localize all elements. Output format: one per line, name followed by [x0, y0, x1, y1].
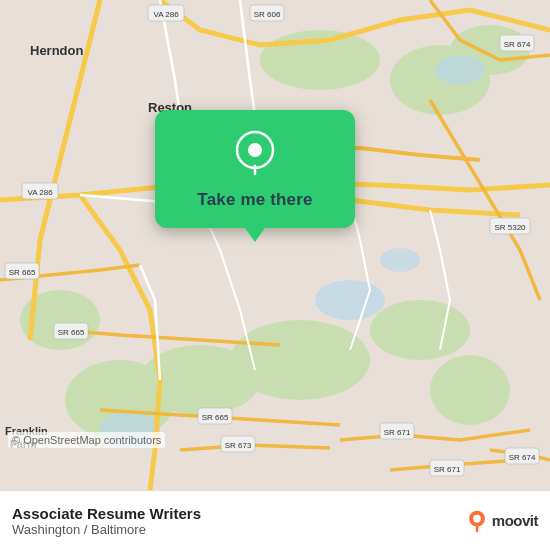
place-subtitle: Washington / Baltimore [12, 522, 458, 537]
place-label-herndon: Herndon [30, 43, 84, 58]
road-label-sr665-left: SR 665 [9, 268, 36, 277]
road-label-sr671-right: SR 671 [384, 428, 411, 437]
svg-point-6 [230, 320, 370, 400]
moovit-text: moovit [492, 512, 538, 529]
road-label-sr665-mid: SR 665 [58, 328, 85, 337]
svg-point-8 [430, 355, 510, 425]
moovit-pin-icon [466, 510, 488, 532]
road-label-sr674-br: SR 674 [509, 453, 536, 462]
location-pin-icon [231, 130, 279, 178]
map-container: VA 286 VA 286 SR 606 SR 828 SR 674 SR 67… [0, 0, 550, 490]
road-label-sr671-bottom: SR 671 [434, 465, 461, 474]
svg-point-11 [380, 248, 420, 272]
place-title: Associate Resume Writers [12, 505, 458, 522]
take-me-there-button[interactable]: Take me there [197, 188, 312, 212]
road-label-sr674-tr: SR 674 [504, 40, 531, 49]
road-label-va286-top: VA 286 [153, 10, 179, 19]
popup-card: Take me there [155, 110, 355, 228]
moovit-logo: moovit [466, 510, 538, 532]
road-label-va286-left: VA 286 [27, 188, 53, 197]
svg-point-10 [315, 280, 385, 320]
road-label-sr606: SR 606 [254, 10, 281, 19]
svg-point-7 [370, 300, 470, 360]
road-label-sr665-bottom: SR 665 [202, 413, 229, 422]
road-label-sr673: SR 673 [225, 441, 252, 450]
copyright-text: © OpenStreetMap contributors [8, 432, 165, 448]
svg-point-30 [473, 514, 481, 522]
svg-point-13 [435, 55, 485, 85]
svg-point-28 [248, 143, 262, 157]
road-label-sr5320: SR 5320 [494, 223, 526, 232]
bottom-bar: Associate Resume Writers Washington / Ba… [0, 490, 550, 550]
